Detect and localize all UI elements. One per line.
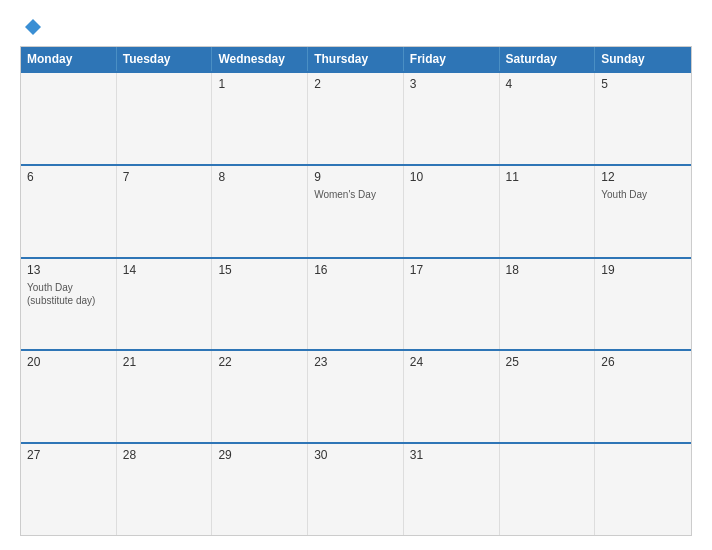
calendar-cell <box>595 444 691 535</box>
calendar-week-3: 13Youth Day (substitute day)141516171819 <box>21 257 691 350</box>
calendar-cell: 16 <box>308 259 404 350</box>
day-number: 19 <box>601 263 685 277</box>
calendar-header: MondayTuesdayWednesdayThursdayFridaySatu… <box>21 47 691 71</box>
day-number: 4 <box>506 77 589 91</box>
day-number: 7 <box>123 170 206 184</box>
day-number: 16 <box>314 263 397 277</box>
calendar-week-2: 6789Women's Day101112Youth Day <box>21 164 691 257</box>
calendar-cell: 26 <box>595 351 691 442</box>
calendar-event: Youth Day <box>601 188 685 201</box>
day-number: 27 <box>27 448 110 462</box>
day-number: 3 <box>410 77 493 91</box>
calendar-cell: 15 <box>212 259 308 350</box>
calendar-week-4: 20212223242526 <box>21 349 691 442</box>
calendar-cell: 11 <box>500 166 596 257</box>
day-number: 31 <box>410 448 493 462</box>
day-number: 14 <box>123 263 206 277</box>
calendar-cell: 22 <box>212 351 308 442</box>
calendar-cell: 3 <box>404 73 500 164</box>
calendar-week-5: 2728293031 <box>21 442 691 535</box>
day-number: 9 <box>314 170 397 184</box>
calendar-cell: 21 <box>117 351 213 442</box>
day-of-week-thursday: Thursday <box>308 47 404 71</box>
day-of-week-tuesday: Tuesday <box>117 47 213 71</box>
calendar-cell: 12Youth Day <box>595 166 691 257</box>
day-number: 8 <box>218 170 301 184</box>
calendar-cell <box>117 73 213 164</box>
day-number: 15 <box>218 263 301 277</box>
day-number: 12 <box>601 170 685 184</box>
day-number: 24 <box>410 355 493 369</box>
calendar-body: 123456789Women's Day101112Youth Day13You… <box>21 71 691 535</box>
day-number: 6 <box>27 170 110 184</box>
calendar-cell: 6 <box>21 166 117 257</box>
day-number: 13 <box>27 263 110 277</box>
calendar-cell: 27 <box>21 444 117 535</box>
day-number: 25 <box>506 355 589 369</box>
calendar-cell: 20 <box>21 351 117 442</box>
calendar-cell: 9Women's Day <box>308 166 404 257</box>
day-number: 5 <box>601 77 685 91</box>
calendar-cell: 25 <box>500 351 596 442</box>
day-number: 21 <box>123 355 206 369</box>
calendar-event: Women's Day <box>314 188 397 201</box>
day-of-week-monday: Monday <box>21 47 117 71</box>
calendar-cell: 10 <box>404 166 500 257</box>
calendar-cell: 29 <box>212 444 308 535</box>
day-of-week-friday: Friday <box>404 47 500 71</box>
day-number: 26 <box>601 355 685 369</box>
day-number: 2 <box>314 77 397 91</box>
calendar-cell: 1 <box>212 73 308 164</box>
day-number: 28 <box>123 448 206 462</box>
calendar-cell: 5 <box>595 73 691 164</box>
calendar-cell: 30 <box>308 444 404 535</box>
day-number: 22 <box>218 355 301 369</box>
day-number: 20 <box>27 355 110 369</box>
calendar-cell: 7 <box>117 166 213 257</box>
calendar-cell: 13Youth Day (substitute day) <box>21 259 117 350</box>
calendar: MondayTuesdayWednesdayThursdayFridaySatu… <box>20 46 692 536</box>
calendar-cell: 23 <box>308 351 404 442</box>
calendar-cell: 14 <box>117 259 213 350</box>
calendar-cell: 24 <box>404 351 500 442</box>
page-header <box>20 18 692 36</box>
logo <box>20 18 42 36</box>
calendar-cell <box>500 444 596 535</box>
calendar-cell: 31 <box>404 444 500 535</box>
svg-marker-0 <box>25 19 41 35</box>
calendar-week-1: 12345 <box>21 71 691 164</box>
day-number: 29 <box>218 448 301 462</box>
day-number: 1 <box>218 77 301 91</box>
day-number: 30 <box>314 448 397 462</box>
calendar-cell <box>21 73 117 164</box>
calendar-cell: 28 <box>117 444 213 535</box>
day-number: 10 <box>410 170 493 184</box>
day-of-week-wednesday: Wednesday <box>212 47 308 71</box>
calendar-cell: 4 <box>500 73 596 164</box>
calendar-cell: 18 <box>500 259 596 350</box>
day-of-week-sunday: Sunday <box>595 47 691 71</box>
calendar-cell: 17 <box>404 259 500 350</box>
calendar-cell: 8 <box>212 166 308 257</box>
day-number: 11 <box>506 170 589 184</box>
day-number: 23 <box>314 355 397 369</box>
calendar-cell: 2 <box>308 73 404 164</box>
calendar-cell: 19 <box>595 259 691 350</box>
day-of-week-saturday: Saturday <box>500 47 596 71</box>
day-number: 17 <box>410 263 493 277</box>
calendar-event: Youth Day (substitute day) <box>27 281 110 307</box>
logo-flag-icon <box>24 18 42 36</box>
day-number: 18 <box>506 263 589 277</box>
